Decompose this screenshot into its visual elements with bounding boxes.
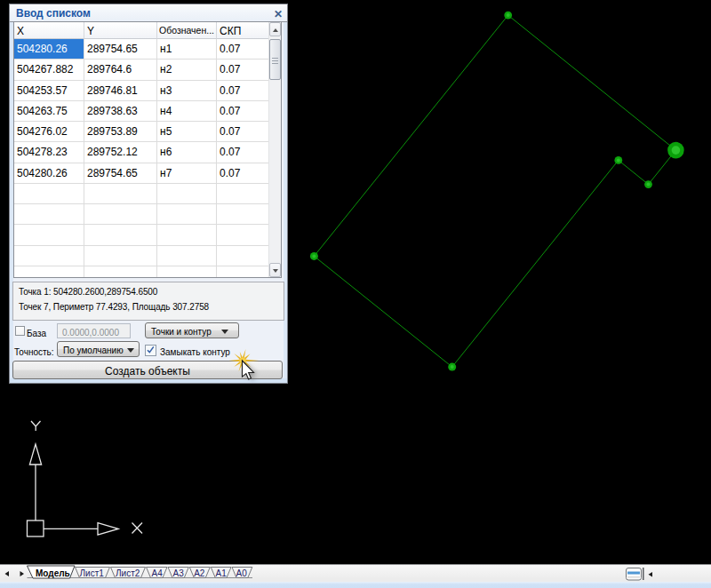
svg-text:А3: А3 (173, 568, 185, 578)
svg-text:А1: А1 (216, 568, 228, 578)
svg-text:Лист1: Лист1 (80, 568, 105, 578)
svg-text:А0: А0 (236, 568, 248, 578)
svg-text:Лист2: Лист2 (116, 568, 140, 578)
svg-text:Модель: Модель (36, 568, 70, 578)
svg-text:А4: А4 (152, 568, 164, 578)
svg-text:А2: А2 (194, 568, 205, 578)
